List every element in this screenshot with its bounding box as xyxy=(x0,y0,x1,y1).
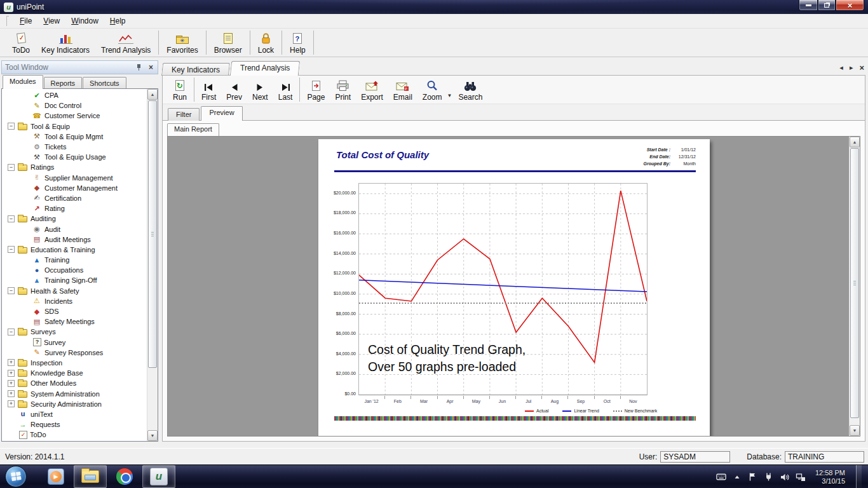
tab-preview[interactable]: Preview xyxy=(201,106,242,121)
expand-icon[interactable]: + xyxy=(8,390,15,397)
tree-item-supplier-management[interactable]: ✌Supplier Management xyxy=(3,173,146,183)
keyboard-tray-icon[interactable] xyxy=(716,472,726,482)
tree-item-rating[interactable]: ↗Rating xyxy=(3,203,146,214)
tree-item-auditing[interactable]: −Auditing xyxy=(3,214,146,224)
expand-icon[interactable]: + xyxy=(8,400,15,407)
tree-item-ratings[interactable]: −Ratings xyxy=(3,162,146,172)
show-desktop-button[interactable] xyxy=(856,465,862,488)
tree-item-tool-equip[interactable]: −Tool & Equip xyxy=(3,121,146,132)
tree-scrollbar-thumb[interactable] xyxy=(148,100,157,368)
trend-analysis-button[interactable]: Trend Analysis xyxy=(95,29,156,57)
tree-item-doc-control[interactable]: ✎Doc Control xyxy=(3,100,146,111)
tab-filter[interactable]: Filter xyxy=(168,108,200,121)
tree-item-education-training[interactable]: −Education & Training xyxy=(3,245,146,255)
tree-item-tool-equip-usage[interactable]: ⚒Tool & Equip Usage xyxy=(3,152,146,162)
taskbar-unipoint-button[interactable]: u xyxy=(142,465,175,488)
tree-item-occupations[interactable]: ●Occupations xyxy=(3,265,146,275)
tree-item-training[interactable]: ▲Training xyxy=(3,255,146,265)
tree-item-unitext[interactable]: uuniText xyxy=(3,409,146,419)
collapse-icon[interactable]: − xyxy=(8,164,15,171)
tool-window-close-icon[interactable]: × xyxy=(147,63,154,72)
browser-button[interactable]: Browser xyxy=(208,29,248,57)
menu-file[interactable]: File xyxy=(14,15,37,27)
tab-scroll-right-icon[interactable]: ▸ xyxy=(850,64,853,72)
run-button[interactable]: ↻Run xyxy=(168,76,192,104)
tree-item-tool-equip-mgmt[interactable]: ⚒Tool & Equip Mgmt xyxy=(3,132,146,142)
close-button[interactable]: × xyxy=(836,0,864,11)
expand-icon[interactable]: + xyxy=(8,359,15,366)
workspace-tab-key-indicators[interactable]: Key Indicators xyxy=(161,63,230,76)
collapse-icon[interactable]: − xyxy=(8,329,15,336)
tree-item-training-sign-off[interactable]: ▲Training Sign-Off xyxy=(3,275,146,285)
zoom-button[interactable]: Zoom xyxy=(417,76,447,104)
menu-window[interactable]: Window xyxy=(65,15,104,27)
tree-item-other-modules[interactable]: +Other Modules xyxy=(3,378,146,388)
export-button[interactable]: Export xyxy=(356,76,388,104)
zoom-dropdown-caret-icon[interactable]: ▼ xyxy=(447,93,452,98)
email-button[interactable]: PEmail xyxy=(388,76,417,104)
tree-item-customer-management[interactable]: ◆Customer Management xyxy=(3,183,146,193)
tree-item-tickets[interactable]: ⚙Tickets xyxy=(3,142,146,152)
todo-button[interactable]: ✓ToDo xyxy=(6,29,36,57)
taskbar-chrome-button[interactable] xyxy=(108,465,141,488)
taskbar-explorer-button[interactable] xyxy=(74,465,107,488)
scroll-down-icon[interactable]: ▼ xyxy=(147,430,158,441)
pin-icon[interactable] xyxy=(136,64,142,71)
tree-item-requests[interactable]: →Requests xyxy=(3,419,146,430)
tree-item-inspection[interactable]: +Inspection xyxy=(3,358,146,368)
viewer-scroll-down-icon[interactable]: ▼ xyxy=(850,425,860,436)
scroll-up-icon[interactable]: ▲ xyxy=(147,89,158,100)
tree-item-cpa[interactable]: ✔CPA xyxy=(3,90,146,100)
first-button[interactable]: First xyxy=(196,76,221,104)
tree-item-certification[interactable]: ✍Certification xyxy=(3,193,146,203)
taskbar-clock[interactable]: 12:58 PM 3/10/15 xyxy=(815,469,845,485)
tree-item-survey[interactable]: ?Survey xyxy=(3,337,146,348)
power-plug-tray-icon[interactable] xyxy=(764,472,774,482)
collapse-icon[interactable]: − xyxy=(8,123,15,130)
tab-modules[interactable]: Modules xyxy=(3,75,43,89)
action-center-flag-icon[interactable] xyxy=(748,472,758,482)
menu-help[interactable]: Help xyxy=(104,15,132,27)
tab-shortcuts[interactable]: Shortcuts xyxy=(83,77,126,89)
lock-button[interactable]: Lock xyxy=(252,29,280,57)
taskbar-media-player-button[interactable]: ▶ xyxy=(39,465,72,488)
viewer-scrollbar[interactable]: ▲ ▼ xyxy=(849,137,860,436)
minimize-button[interactable] xyxy=(799,0,818,11)
show-hidden-icons-chevron[interactable] xyxy=(732,472,742,482)
volume-tray-icon[interactable] xyxy=(780,472,790,482)
last-button[interactable]: Last xyxy=(273,76,298,104)
tree-item-security-administration[interactable]: +Security Administration xyxy=(3,399,146,409)
network-tray-icon[interactable] xyxy=(796,472,806,482)
tree-item-todo[interactable]: ✓ToDo xyxy=(3,430,146,440)
tree-item-system-administration[interactable]: +System Administration xyxy=(3,388,146,398)
tree-item-surveys[interactable]: −Surveys xyxy=(3,327,146,337)
print-button[interactable]: Print xyxy=(330,76,356,104)
collapse-icon[interactable]: − xyxy=(8,215,15,222)
viewer-scrollbar-thumb[interactable] xyxy=(850,148,859,418)
tree-item-survey-responses[interactable]: ✎Survey Responses xyxy=(3,348,146,358)
workspace-tab-trend-analysis[interactable]: Trend Analysis xyxy=(230,61,301,76)
help-button[interactable]: ?Help xyxy=(284,29,311,57)
tree-item-incidents[interactable]: ⚠Incidents xyxy=(3,296,146,306)
tree-scrollbar[interactable]: ▲ ▼ xyxy=(147,89,158,441)
tab-reports[interactable]: Reports xyxy=(44,77,83,89)
tab-scroll-left-icon[interactable]: ◂ xyxy=(839,64,843,72)
tree-item-customer-service[interactable]: ☎Customer Service xyxy=(3,111,146,121)
page-button[interactable]: Page xyxy=(302,76,330,104)
tree-item-audit[interactable]: ◉Audit xyxy=(3,224,146,234)
next-button[interactable]: Next xyxy=(247,76,273,104)
key-indicators-button[interactable]: Key Indicators xyxy=(36,29,95,57)
restore-button[interactable] xyxy=(818,0,836,11)
collapse-icon[interactable]: − xyxy=(8,246,15,253)
prev-button[interactable]: Prev xyxy=(221,76,247,104)
tree-item-sds[interactable]: ◆SDS xyxy=(3,306,146,316)
viewer-scroll-up-icon[interactable]: ▲ xyxy=(850,137,860,147)
collapse-icon[interactable]: − xyxy=(8,287,15,294)
menu-view[interactable]: View xyxy=(37,15,65,27)
tree-item-health-safety[interactable]: −Health & Safety xyxy=(3,286,146,296)
tree-item-audit-meetings[interactable]: ▤Audit Meetings xyxy=(3,234,146,245)
search-button[interactable]: Search xyxy=(453,76,487,104)
expand-icon[interactable]: + xyxy=(8,380,15,387)
start-button[interactable] xyxy=(5,466,27,487)
favorites-button[interactable]: ✳Favorites xyxy=(161,29,203,57)
